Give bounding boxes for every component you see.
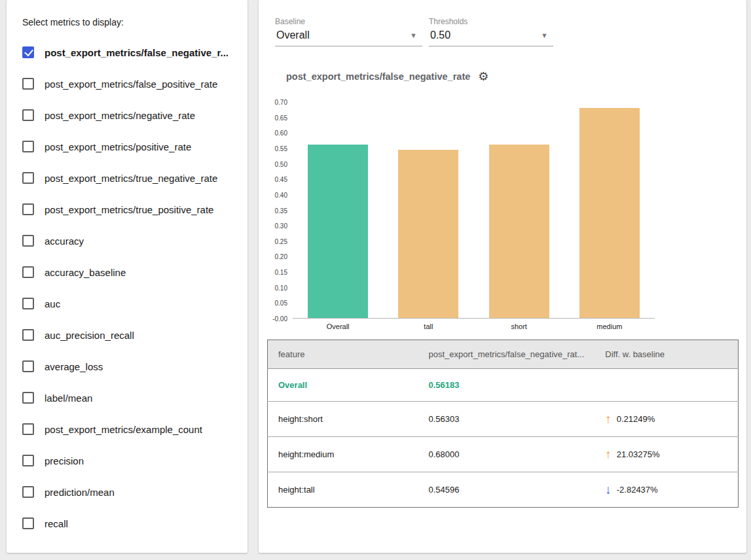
y-axis-tick-label: 0.55 xyxy=(259,145,287,152)
metric-checkbox-row[interactable]: post_export_metrics/positive_rate xyxy=(22,131,240,162)
metric-checkbox-row[interactable]: accuracy_baseline xyxy=(22,256,240,288)
diff-percentage: 21.03275% xyxy=(617,449,660,459)
chevron-down-icon: ▼ xyxy=(541,31,548,39)
cell-feature: height:short xyxy=(268,402,418,437)
header-feature: feature xyxy=(268,340,418,369)
metric-checkbox-row[interactable]: post_export_metrics/false_negative_r... xyxy=(22,37,240,68)
metric-label: auc xyxy=(45,298,60,309)
metrics-display-panel: Baseline Overall ▼ Thresholds 0.50 ▼ pos… xyxy=(259,0,746,553)
cell-feature: height:tall xyxy=(268,472,418,508)
y-axis-tick-label: 0.60 xyxy=(259,130,287,137)
y-axis-tick-label: 0.45 xyxy=(259,176,287,183)
y-axis-tick-label: 0.40 xyxy=(259,192,287,199)
metric-label: auc_precision_recall xyxy=(45,330,134,341)
checkbox-unchecked-icon[interactable] xyxy=(22,203,34,215)
plot-area xyxy=(293,102,655,319)
thresholds-dropdown[interactable]: Thresholds 0.50 ▼ xyxy=(429,17,553,46)
metric-checkbox-row[interactable]: post_export_metrics/example_count xyxy=(22,413,240,445)
metric-label: post_export_metrics/true_negative_rate xyxy=(45,173,217,184)
metric-label: post_export_metrics/positive_rate xyxy=(45,141,191,152)
checkbox-unchecked-icon[interactable] xyxy=(22,298,34,309)
chevron-down-icon: ▼ xyxy=(410,31,417,39)
checkbox-checked-icon[interactable] xyxy=(22,46,34,58)
checkbox-unchecked-icon[interactable] xyxy=(22,455,34,466)
metric-checkbox-row[interactable]: accuracy xyxy=(22,225,240,256)
bar-overall[interactable] xyxy=(308,145,368,318)
metric-label: average_loss xyxy=(45,361,103,372)
metric-checkbox-row[interactable]: post_export_metrics/negative_rate xyxy=(22,99,240,131)
y-axis: 0.700.650.600.550.500.450.400.350.300.25… xyxy=(259,102,290,319)
table-row[interactable]: height:short0.56303↑0.21249% xyxy=(268,402,739,437)
table-row[interactable]: Overall0.56183 xyxy=(268,369,739,402)
checkbox-unchecked-icon[interactable] xyxy=(22,423,34,435)
bar-tall[interactable] xyxy=(398,150,458,318)
metric-label: post_export_metrics/example_count xyxy=(45,424,202,435)
metrics-table: feature post_export_metrics/false_negati… xyxy=(267,340,739,508)
checkbox-unchecked-icon[interactable] xyxy=(22,360,34,372)
table-row[interactable]: height:medium0.68000↑21.03275% xyxy=(268,437,739,472)
cell-metric-value: 0.56303 xyxy=(418,402,595,437)
header-metric-value: post_export_metrics/false_negative_rat..… xyxy=(418,340,595,369)
x-axis-label: short xyxy=(474,323,564,330)
metric-checkbox-row[interactable]: auc_precision_recall xyxy=(22,319,240,351)
checkbox-unchecked-icon[interactable] xyxy=(22,266,34,278)
metric-checkbox-row[interactable]: label/mean xyxy=(22,382,240,413)
y-axis-tick-label: -0.00 xyxy=(259,315,287,323)
metric-label: label/mean xyxy=(45,393,92,404)
checkbox-unchecked-icon[interactable] xyxy=(22,392,34,404)
thresholds-dropdown-label: Thresholds xyxy=(429,17,553,26)
x-axis-label: medium xyxy=(564,323,655,330)
cell-diff: ↑21.03275% xyxy=(595,437,738,472)
checkbox-unchecked-icon[interactable] xyxy=(22,329,34,341)
x-axis-label: tall xyxy=(383,323,473,330)
cell-metric-value: 0.68000 xyxy=(418,437,595,472)
checkbox-unchecked-icon[interactable] xyxy=(22,109,34,121)
y-axis-tick-label: 0.15 xyxy=(259,269,287,276)
checkbox-unchecked-icon[interactable] xyxy=(22,172,34,184)
x-axis-label: Overall xyxy=(293,323,383,330)
y-axis-tick-label: 0.05 xyxy=(259,300,287,307)
bar-medium[interactable] xyxy=(579,108,640,318)
metric-label: post_export_metrics/false_positive_rate xyxy=(45,79,217,90)
bar-short[interactable] xyxy=(489,145,549,318)
bar-chart: 0.700.650.600.550.500.450.400.350.300.25… xyxy=(259,98,746,334)
header-diff: Diff. w. baseline xyxy=(595,340,738,369)
metric-checkbox-row[interactable]: prediction/mean xyxy=(22,476,240,508)
metric-label: precision xyxy=(45,455,84,466)
baseline-dropdown[interactable]: Baseline Overall ▼ xyxy=(275,17,422,46)
y-axis-tick-label: 0.70 xyxy=(259,99,287,106)
chart-title: post_export_metrics/false_negative_rate xyxy=(286,71,470,82)
baseline-dropdown-value: Overall xyxy=(276,29,310,41)
metric-checkbox-row[interactable]: precision xyxy=(22,445,240,476)
checkbox-unchecked-icon[interactable] xyxy=(22,235,34,247)
metric-checkbox-row[interactable]: average_loss xyxy=(22,351,240,382)
metric-label: post_export_metrics/true_positive_rate xyxy=(45,204,213,215)
metric-selector-title: Select metrics to display: xyxy=(22,17,240,27)
y-axis-tick-label: 0.30 xyxy=(259,222,287,230)
metric-checkbox-row[interactable]: post_export_metrics/false_positive_rate xyxy=(22,68,240,99)
thresholds-dropdown-value: 0.50 xyxy=(430,29,450,41)
settings-gear-icon[interactable]: ⚙ xyxy=(478,71,488,82)
arrow-down-icon: ↓ xyxy=(605,483,612,496)
checkbox-unchecked-icon[interactable] xyxy=(22,486,34,498)
cell-feature: height:medium xyxy=(268,437,418,472)
metric-checkbox-row[interactable]: recall xyxy=(22,508,240,539)
table-row[interactable]: height:tall0.54596↓-2.82437% xyxy=(268,472,739,508)
checkbox-unchecked-icon[interactable] xyxy=(22,78,34,90)
checkbox-unchecked-icon[interactable] xyxy=(22,517,34,529)
metric-checkbox-row[interactable]: auc xyxy=(22,288,240,319)
metric-checkbox-row[interactable]: post_export_metrics/true_positive_rate xyxy=(22,194,240,225)
metric-label: recall xyxy=(45,518,68,529)
baseline-dropdown-label: Baseline xyxy=(275,17,422,26)
metric-checkbox-row[interactable]: post_export_metrics/true_negative_rate xyxy=(22,162,240,194)
cell-diff xyxy=(595,369,738,402)
checkbox-unchecked-icon[interactable] xyxy=(22,141,34,152)
y-axis-tick-label: 0.10 xyxy=(259,285,287,292)
table-header-row: feature post_export_metrics/false_negati… xyxy=(268,340,739,369)
cell-metric-value: 0.56183 xyxy=(418,369,595,402)
x-axis-labels: Overalltallshortmedium xyxy=(293,323,655,333)
arrow-up-icon: ↑ xyxy=(605,413,612,425)
metric-label: post_export_metrics/false_negative_r... xyxy=(45,47,229,58)
metric-selector-panel: Select metrics to display: post_export_m… xyxy=(7,0,247,553)
y-axis-tick-label: 0.25 xyxy=(259,238,287,245)
